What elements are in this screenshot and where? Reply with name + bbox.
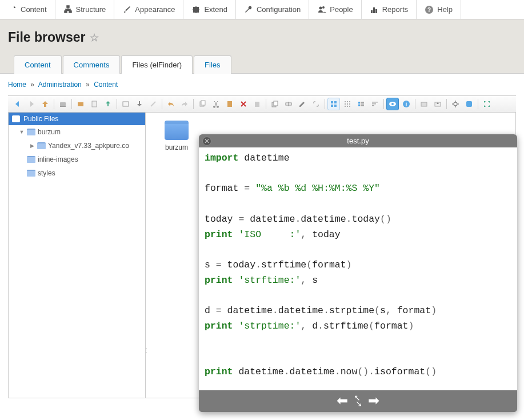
crumb-admin[interactable]: Administration — [38, 81, 82, 89]
delete-button[interactable] — [237, 98, 250, 110]
star-icon[interactable]: ☆ — [90, 31, 99, 44]
crumb-home[interactable]: Home — [8, 81, 26, 89]
empty-button[interactable] — [251, 98, 263, 110]
view-icons-button[interactable] — [327, 98, 340, 110]
svg-rect-37 — [372, 102, 378, 103]
puzzle-icon — [191, 5, 201, 14]
redo-button[interactable] — [178, 98, 191, 110]
folder-icon — [37, 142, 46, 149]
tab-comments[interactable]: Comments — [63, 55, 121, 74]
svg-rect-51 — [466, 101, 472, 107]
sitemap-icon — [63, 5, 73, 14]
tabs: Content Comments Files (elFinder) Files — [8, 55, 524, 74]
download-button[interactable] — [133, 98, 146, 110]
menu-appearance[interactable]: Appearance — [114, 0, 183, 19]
prev-button[interactable]: ⬅ — [337, 393, 348, 398]
svg-rect-32 — [358, 103, 360, 105]
copy-button[interactable] — [196, 98, 209, 110]
tree-node-styles[interactable]: styles — [9, 166, 145, 180]
view-small-button[interactable] — [341, 98, 354, 110]
resize-button[interactable] — [310, 98, 322, 110]
fullscreen-toggle[interactable]: ↖ ↘ — [354, 395, 363, 398]
sort-button[interactable] — [369, 98, 381, 110]
up-button[interactable] — [39, 98, 51, 110]
svg-rect-18 — [331, 101, 333, 103]
svg-rect-25 — [345, 103, 346, 105]
close-button[interactable]: ✕ — [202, 137, 211, 146]
newfile-button[interactable] — [88, 98, 101, 110]
menu-help[interactable]: ? Help — [417, 0, 461, 19]
svg-rect-21 — [334, 105, 337, 107]
folder-item-burzum[interactable]: burzum — [154, 121, 199, 151]
next-button[interactable]: ➡ — [368, 393, 379, 398]
bars-icon — [370, 5, 379, 14]
menu-structure[interactable]: Structure — [55, 0, 115, 19]
drive-icon — [12, 115, 20, 122]
svg-rect-28 — [345, 106, 346, 107]
tree-node-burzum[interactable]: ▼ burzum — [9, 125, 145, 139]
paste-button[interactable] — [223, 98, 236, 110]
preview-dialog[interactable]: ✕ test.py import datetime format = "%a %… — [199, 134, 517, 398]
view-list-button[interactable] — [355, 98, 367, 110]
svg-rect-26 — [347, 103, 348, 105]
tab-files-elfinder[interactable]: Files (elFinder) — [121, 55, 193, 74]
crumb-content[interactable]: Content — [94, 81, 118, 89]
extract-button[interactable] — [431, 98, 444, 110]
crumb-sep: » — [30, 81, 34, 89]
tab-files[interactable]: Files — [194, 55, 231, 74]
back-button[interactable] — [11, 98, 24, 110]
menu-people[interactable]: People — [309, 0, 361, 19]
menu-people-label: People — [330, 5, 353, 14]
fullscreen-button[interactable] — [481, 98, 493, 110]
brush-icon — [122, 5, 131, 14]
folder-tree: Public Files ▼ burzum ▶ Yandex_v7.33_apk… — [9, 113, 146, 398]
tree-root[interactable]: Public Files — [9, 113, 145, 125]
expand-icon[interactable]: ▶ — [29, 143, 35, 149]
folder-item-label: burzum — [154, 143, 199, 151]
svg-rect-13 — [255, 102, 259, 107]
cut-button[interactable] — [210, 98, 222, 110]
forward-button[interactable] — [25, 98, 38, 110]
open-button[interactable] — [119, 98, 132, 110]
menu-structure-label: Structure — [76, 5, 106, 14]
tree-label: burzum — [38, 128, 61, 136]
preview-button[interactable] — [386, 98, 399, 110]
archive-button[interactable] — [418, 98, 430, 110]
duplicate-button[interactable] — [269, 98, 281, 110]
collapse-icon[interactable]: ▼ — [19, 129, 25, 135]
menu-configuration-label: Configuration — [257, 5, 301, 14]
svg-rect-19 — [334, 101, 337, 103]
tab-content[interactable]: Content — [14, 55, 62, 74]
menu-reports[interactable]: Reports — [362, 0, 417, 19]
edit-button[interactable] — [296, 98, 309, 110]
folder-icon — [27, 129, 35, 135]
svg-point-0 — [319, 6, 322, 9]
preview-titlebar[interactable]: ✕ test.py — [199, 134, 517, 147]
tree-root-label: Public Files — [23, 115, 58, 123]
preview-nav: ⬅ ↖ ↘ ➡ — [199, 390, 517, 398]
svg-rect-31 — [358, 102, 360, 103]
tree-label: styles — [38, 169, 55, 177]
settings-button[interactable] — [449, 98, 462, 110]
people-icon — [317, 5, 326, 14]
upload-button[interactable] — [102, 98, 114, 110]
about-button[interactable] — [463, 98, 475, 110]
tree-node-yandex[interactable]: ▶ Yandex_v7.33_apkpure.co — [9, 139, 145, 153]
wrench-icon — [244, 5, 253, 14]
menu-help-label: Help — [437, 5, 453, 14]
tree-node-inline[interactable]: inline-images — [9, 153, 145, 166]
page-title: File browser ☆ — [8, 30, 524, 45]
undo-button[interactable] — [165, 98, 177, 110]
rename-button[interactable] — [282, 98, 295, 110]
newfolder-button[interactable] — [74, 98, 87, 110]
svg-rect-29 — [347, 106, 348, 107]
svg-point-41 — [391, 103, 394, 105]
info-button[interactable]: i — [400, 98, 413, 110]
netmount-button[interactable] — [57, 98, 69, 110]
menu-extend[interactable]: Extend — [183, 0, 235, 19]
getlink-button[interactable] — [147, 98, 159, 110]
menu-configuration[interactable]: Configuration — [236, 0, 309, 19]
menu-appearance-label: Appearance — [135, 5, 175, 14]
svg-rect-36 — [361, 105, 364, 106]
menu-content[interactable]: Content — [0, 0, 55, 19]
